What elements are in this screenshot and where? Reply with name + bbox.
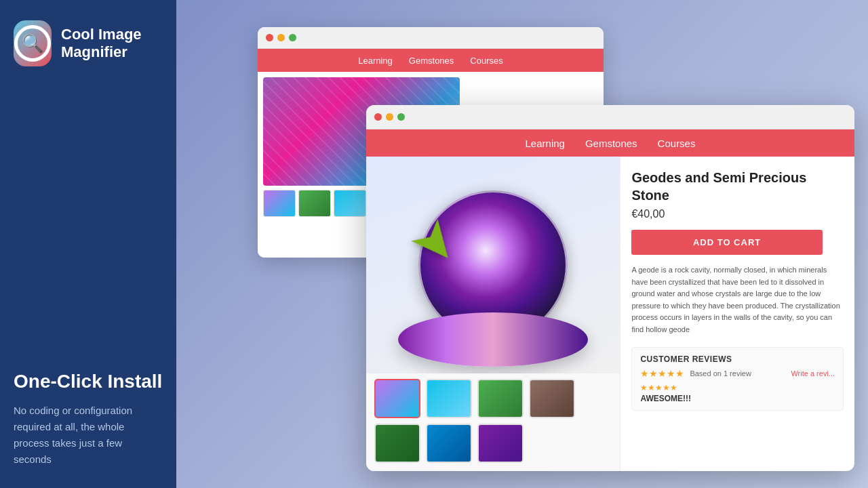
fg-product-details: Geodes and Semi Precious Stone €40,00 AD… — [620, 157, 854, 471]
thumb-2-bg — [298, 190, 331, 217]
nav-courses-fg[interactable]: Courses — [658, 138, 696, 149]
stars-icon: ★★★★★ — [640, 368, 684, 379]
reviews-title: CUSTOMER REVIEWS — [640, 354, 835, 364]
fg-thumb-4[interactable] — [529, 379, 575, 418]
fg-thumb-2[interactable] — [426, 379, 472, 418]
app-logo-icon — [14, 20, 52, 66]
nav-gemstones-fg[interactable]: Gemstones — [585, 138, 637, 149]
nav-bar-fg: Learning Gemstones Courses — [366, 129, 854, 157]
minimize-dot — [277, 34, 285, 41]
browser-titlebar-fg — [366, 105, 854, 129]
nav-courses-bg[interactable]: Courses — [470, 56, 502, 66]
sidebar: Cool Image Magnifier One-Click Install N… — [0, 0, 176, 488]
product-title: Geodes and Semi Precious Stone — [631, 169, 844, 204]
write-review-link[interactable]: Write a revi... — [791, 369, 835, 378]
nav-gemstones-bg[interactable]: Gemstones — [409, 56, 454, 66]
fg-thumbnail-list — [366, 373, 620, 468]
minimize-dot-fg — [386, 113, 393, 121]
magnified-gem-image — [366, 157, 620, 373]
reviews-stars-row: ★★★★★ Based on 1 review Write a revi... — [640, 368, 835, 379]
review-user-stars: ★★★★★ — [640, 383, 835, 392]
browser-foreground: Learning Gemstones Courses — [366, 105, 854, 471]
fg-product-images — [366, 157, 620, 471]
main-content: Learning Gemstones Courses ➤ Lear — [176, 0, 868, 488]
app-title: Cool Image Magnifier — [61, 26, 163, 62]
logo-area: Cool Image Magnifier — [14, 20, 163, 66]
one-click-heading: One-Click Install — [14, 370, 163, 393]
nav-learning-fg[interactable]: Learning — [526, 138, 565, 149]
fg-thumb-3[interactable] — [477, 379, 524, 418]
maximize-dot — [289, 34, 296, 41]
review-user-text: AWESOME!!! — [640, 394, 835, 403]
product-description: A geode is a rock cavity, normally close… — [631, 264, 844, 336]
maximize-dot-fg — [397, 113, 405, 121]
close-dot — [266, 34, 273, 41]
nav-bar-bg: Learning Gemstones Courses — [258, 49, 604, 72]
sidebar-description: No coding or configuration required at a… — [14, 403, 163, 468]
product-price: €40,00 — [631, 208, 844, 220]
add-to-cart-button[interactable]: ADD TO CART — [631, 230, 822, 255]
close-dot-fg — [374, 113, 382, 121]
fg-thumb-5[interactable] — [374, 424, 420, 463]
fg-thumb-1[interactable] — [374, 379, 420, 418]
fg-body: Geodes and Semi Precious Stone €40,00 AD… — [366, 157, 854, 471]
thumb-3-bg — [334, 190, 366, 217]
thumb-1-bg — [263, 190, 296, 217]
reviews-section: CUSTOMER REVIEWS ★★★★★ Based on 1 review… — [631, 347, 844, 411]
browser-titlebar-bg — [258, 27, 604, 49]
nav-learning-bg[interactable]: Learning — [358, 56, 393, 66]
reviews-count: Based on 1 review — [690, 369, 751, 378]
sidebar-tagline: One-Click Install No coding or configura… — [14, 370, 163, 468]
agate-plate — [398, 312, 588, 367]
fg-thumb-7[interactable] — [477, 424, 524, 463]
fg-thumb-6[interactable] — [426, 424, 472, 463]
